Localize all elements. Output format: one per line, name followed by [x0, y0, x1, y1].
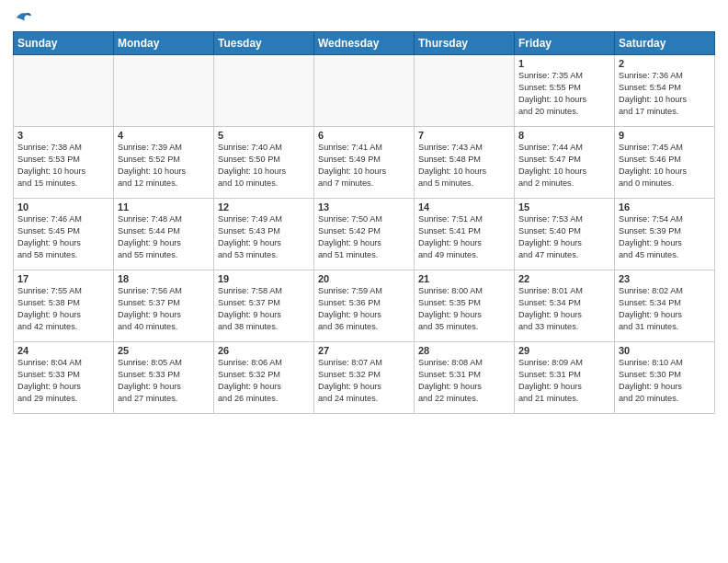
- day-info: Sunrise: 7:55 AM Sunset: 5:38 PM Dayligh…: [17, 285, 109, 333]
- day-number: 26: [218, 345, 310, 356]
- day-number: 29: [518, 345, 610, 356]
- day-cell: 4Sunrise: 7:39 AM Sunset: 5:52 PM Daylig…: [114, 127, 214, 199]
- day-number: 30: [619, 345, 711, 356]
- day-number: 8: [518, 130, 610, 141]
- day-cell: 8Sunrise: 7:44 AM Sunset: 5:47 PM Daylig…: [515, 127, 615, 199]
- day-info: Sunrise: 8:08 AM Sunset: 5:31 PM Dayligh…: [418, 357, 510, 405]
- day-cell: 14Sunrise: 7:51 AM Sunset: 5:41 PM Dayli…: [415, 199, 515, 270]
- day-number: 14: [418, 201, 510, 213]
- weekday-header-wednesday: Wednesday: [314, 32, 415, 55]
- day-number: 22: [518, 273, 610, 284]
- day-cell: 10Sunrise: 7:46 AM Sunset: 5:45 PM Dayli…: [14, 199, 114, 270]
- day-info: Sunrise: 7:43 AM Sunset: 5:48 PM Dayligh…: [418, 142, 510, 190]
- day-info: Sunrise: 7:39 AM Sunset: 5:52 PM Dayligh…: [118, 142, 210, 190]
- day-number: 20: [318, 273, 410, 284]
- day-number: 13: [318, 201, 410, 213]
- day-info: Sunrise: 7:46 AM Sunset: 5:45 PM Dayligh…: [17, 213, 109, 261]
- weekday-header-tuesday: Tuesday: [214, 32, 314, 55]
- day-cell: 1Sunrise: 7:35 AM Sunset: 5:55 PM Daylig…: [515, 55, 615, 127]
- day-cell: 21Sunrise: 8:00 AM Sunset: 5:35 PM Dayli…: [415, 270, 515, 342]
- day-cell: 2Sunrise: 7:36 AM Sunset: 5:54 PM Daylig…: [615, 55, 715, 127]
- day-info: Sunrise: 7:44 AM Sunset: 5:47 PM Dayligh…: [518, 142, 610, 190]
- day-info: Sunrise: 7:38 AM Sunset: 5:53 PM Dayligh…: [17, 142, 109, 190]
- weekday-header-friday: Friday: [515, 32, 615, 55]
- week-row-3: 10Sunrise: 7:46 AM Sunset: 5:45 PM Dayli…: [14, 199, 715, 270]
- day-cell: 25Sunrise: 8:05 AM Sunset: 5:33 PM Dayli…: [114, 342, 214, 414]
- day-number: 25: [118, 345, 210, 356]
- day-cell: 15Sunrise: 7:53 AM Sunset: 5:40 PM Dayli…: [515, 199, 615, 270]
- day-info: Sunrise: 7:54 AM Sunset: 5:39 PM Dayligh…: [619, 213, 711, 261]
- day-info: Sunrise: 8:01 AM Sunset: 5:34 PM Dayligh…: [518, 285, 610, 333]
- weekday-header-thursday: Thursday: [415, 32, 515, 55]
- day-number: 5: [218, 130, 310, 141]
- day-number: 15: [518, 201, 610, 213]
- day-info: Sunrise: 7:40 AM Sunset: 5:50 PM Dayligh…: [218, 142, 310, 190]
- day-number: 1: [518, 58, 610, 69]
- day-cell: 3Sunrise: 7:38 AM Sunset: 5:53 PM Daylig…: [14, 127, 114, 199]
- day-cell: [114, 55, 214, 127]
- day-cell: 9Sunrise: 7:45 AM Sunset: 5:46 PM Daylig…: [615, 127, 715, 199]
- day-info: Sunrise: 7:58 AM Sunset: 5:37 PM Dayligh…: [218, 285, 310, 333]
- day-info: Sunrise: 8:06 AM Sunset: 5:32 PM Dayligh…: [218, 357, 310, 405]
- day-info: Sunrise: 7:51 AM Sunset: 5:41 PM Dayligh…: [418, 213, 510, 261]
- header: [13, 9, 715, 26]
- page-container: SundayMondayTuesdayWednesdayThursdayFrid…: [0, 0, 728, 563]
- day-cell: 26Sunrise: 8:06 AM Sunset: 5:32 PM Dayli…: [214, 342, 314, 414]
- day-cell: 11Sunrise: 7:48 AM Sunset: 5:44 PM Dayli…: [114, 199, 214, 270]
- day-cell: [415, 55, 515, 127]
- day-number: 17: [17, 273, 109, 284]
- day-cell: [314, 55, 415, 127]
- day-number: 7: [418, 130, 510, 141]
- day-cell: 17Sunrise: 7:55 AM Sunset: 5:38 PM Dayli…: [14, 270, 114, 342]
- day-number: 9: [619, 130, 711, 141]
- week-row-5: 24Sunrise: 8:04 AM Sunset: 5:33 PM Dayli…: [14, 342, 715, 414]
- day-info: Sunrise: 7:45 AM Sunset: 5:46 PM Dayligh…: [619, 142, 711, 190]
- day-info: Sunrise: 7:36 AM Sunset: 5:54 PM Dayligh…: [619, 70, 711, 118]
- day-info: Sunrise: 7:53 AM Sunset: 5:40 PM Dayligh…: [518, 213, 610, 261]
- day-number: 23: [619, 273, 711, 284]
- day-info: Sunrise: 7:59 AM Sunset: 5:36 PM Dayligh…: [318, 285, 410, 333]
- day-number: 27: [318, 345, 410, 356]
- day-cell: 30Sunrise: 8:10 AM Sunset: 5:30 PM Dayli…: [615, 342, 715, 414]
- weekday-header-sunday: Sunday: [14, 32, 114, 55]
- day-info: Sunrise: 8:07 AM Sunset: 5:32 PM Dayligh…: [318, 357, 410, 405]
- day-cell: 12Sunrise: 7:49 AM Sunset: 5:43 PM Dayli…: [214, 199, 314, 270]
- day-number: 28: [418, 345, 510, 356]
- day-number: 11: [118, 201, 210, 213]
- day-cell: [214, 55, 314, 127]
- day-number: 3: [17, 130, 109, 141]
- day-number: 18: [118, 273, 210, 284]
- logo: [13, 9, 31, 26]
- day-cell: 13Sunrise: 7:50 AM Sunset: 5:42 PM Dayli…: [314, 199, 415, 270]
- day-number: 4: [118, 130, 210, 141]
- day-info: Sunrise: 7:49 AM Sunset: 5:43 PM Dayligh…: [218, 213, 310, 261]
- day-cell: 18Sunrise: 7:56 AM Sunset: 5:37 PM Dayli…: [114, 270, 214, 342]
- day-info: Sunrise: 7:48 AM Sunset: 5:44 PM Dayligh…: [118, 213, 210, 261]
- day-info: Sunrise: 8:05 AM Sunset: 5:33 PM Dayligh…: [118, 357, 210, 405]
- calendar-table: SundayMondayTuesdayWednesdayThursdayFrid…: [13, 31, 715, 414]
- day-cell: 27Sunrise: 8:07 AM Sunset: 5:32 PM Dayli…: [314, 342, 415, 414]
- day-number: 24: [17, 345, 109, 356]
- day-info: Sunrise: 7:41 AM Sunset: 5:49 PM Dayligh…: [318, 142, 410, 190]
- day-number: 21: [418, 273, 510, 284]
- day-info: Sunrise: 8:00 AM Sunset: 5:35 PM Dayligh…: [418, 285, 510, 333]
- week-row-4: 17Sunrise: 7:55 AM Sunset: 5:38 PM Dayli…: [14, 270, 715, 342]
- logo-bird-icon: [15, 9, 31, 26]
- day-cell: 19Sunrise: 7:58 AM Sunset: 5:37 PM Dayli…: [214, 270, 314, 342]
- day-cell: 28Sunrise: 8:08 AM Sunset: 5:31 PM Dayli…: [415, 342, 515, 414]
- day-cell: 29Sunrise: 8:09 AM Sunset: 5:31 PM Dayli…: [515, 342, 615, 414]
- day-number: 2: [619, 58, 711, 69]
- day-number: 12: [218, 201, 310, 213]
- day-cell: 22Sunrise: 8:01 AM Sunset: 5:34 PM Dayli…: [515, 270, 615, 342]
- day-cell: [14, 55, 114, 127]
- day-info: Sunrise: 8:02 AM Sunset: 5:34 PM Dayligh…: [619, 285, 711, 333]
- week-row-1: 1Sunrise: 7:35 AM Sunset: 5:55 PM Daylig…: [14, 55, 715, 127]
- day-cell: 5Sunrise: 7:40 AM Sunset: 5:50 PM Daylig…: [214, 127, 314, 199]
- weekday-header-row: SundayMondayTuesdayWednesdayThursdayFrid…: [14, 32, 715, 55]
- weekday-header-monday: Monday: [114, 32, 214, 55]
- day-info: Sunrise: 8:04 AM Sunset: 5:33 PM Dayligh…: [17, 357, 109, 405]
- week-row-2: 3Sunrise: 7:38 AM Sunset: 5:53 PM Daylig…: [14, 127, 715, 199]
- day-info: Sunrise: 8:10 AM Sunset: 5:30 PM Dayligh…: [619, 357, 711, 405]
- day-number: 16: [619, 201, 711, 213]
- day-info: Sunrise: 7:50 AM Sunset: 5:42 PM Dayligh…: [318, 213, 410, 261]
